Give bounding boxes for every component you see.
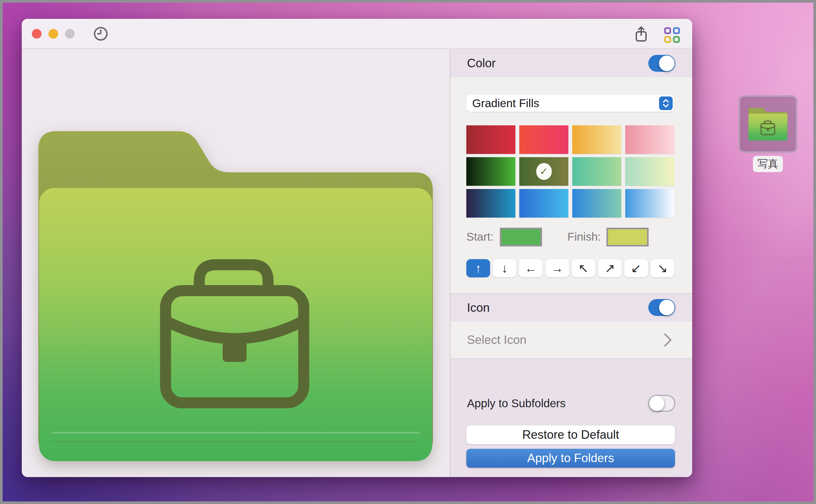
- gradient-swatch-teal-lightgreen[interactable]: [572, 157, 621, 186]
- direction-left-button[interactable]: ←: [519, 259, 543, 277]
- grid-square-blue: [673, 27, 680, 34]
- sidebar: Color Gradient Fills ✓ Start: Finish:: [451, 49, 692, 477]
- folder-preview-image: [38, 131, 433, 462]
- dropdown-stepper-icon: [659, 96, 673, 110]
- finish-color-well[interactable]: [606, 228, 649, 246]
- traffic-lights: [32, 29, 75, 39]
- start-label: Start:: [466, 227, 494, 247]
- desktop-icon-selection: [738, 95, 797, 153]
- gradient-swatch-pink-blush[interactable]: [625, 125, 674, 154]
- select-icon-row[interactable]: Select Icon: [451, 321, 692, 359]
- apply-folders-button[interactable]: Apply to Folders: [466, 449, 675, 468]
- gradient-swatch-blue-sky[interactable]: [519, 189, 568, 218]
- window-titlebar[interactable]: [22, 19, 692, 49]
- grid-square-yellow: [664, 36, 671, 43]
- gradient-controls-section: Gradient Fills ✓ Start: Finish: ↑↓←→↖↗↙↘: [451, 77, 692, 293]
- minimize-button[interactable]: [48, 29, 58, 39]
- gradient-swatch-black-green[interactable]: [466, 157, 516, 186]
- direction-right-button[interactable]: →: [545, 259, 569, 277]
- gradient-swatch-forest-olive[interactable]: ✓: [519, 157, 568, 186]
- gradient-swatch-indigo-cyan[interactable]: [466, 189, 516, 218]
- start-color-well[interactable]: [500, 228, 542, 246]
- folder-preview-pane: [22, 49, 450, 477]
- direction-down-right-button[interactable]: ↘: [651, 259, 674, 277]
- grid-square-purple: [664, 27, 671, 34]
- toggle-knob: [649, 396, 665, 411]
- apply-subfolders-label: Apply to Subfolders: [467, 395, 566, 412]
- gradient-swatch-mint-cream[interactable]: [625, 157, 674, 186]
- gradient-swatch-blue-seafoam[interactable]: [572, 189, 621, 218]
- desktop-icon-label: 写真: [753, 156, 783, 172]
- color-toggle[interactable]: [648, 55, 675, 72]
- gradient-swatch-orange-cream[interactable]: [572, 125, 621, 154]
- color-label: Color: [467, 49, 496, 77]
- restore-default-button[interactable]: Restore to Default: [466, 425, 675, 444]
- desktop-folder-icon[interactable]: 写真: [738, 95, 797, 172]
- app-window: Color Gradient Fills ✓ Start: Finish:: [22, 19, 692, 477]
- fill-style-value: Gradient Fills: [472, 97, 539, 110]
- desktop: Color Gradient Fills ✓ Start: Finish:: [0, 0, 816, 504]
- finish-label: Finish:: [567, 227, 601, 247]
- zoom-button[interactable]: [65, 29, 75, 39]
- icon-toggle[interactable]: [648, 299, 675, 316]
- direction-down-left-button[interactable]: ↙: [624, 259, 648, 277]
- select-icon-label: Select Icon: [467, 321, 527, 358]
- gradient-swatch-vermilion-pink[interactable]: [519, 125, 568, 154]
- toggle-knob: [659, 300, 675, 315]
- fill-style-dropdown[interactable]: Gradient Fills: [466, 95, 674, 112]
- direction-up-right-button[interactable]: ↗: [598, 259, 622, 277]
- recents-clock-icon[interactable]: [93, 26, 108, 41]
- close-button[interactable]: [32, 29, 42, 39]
- gradient-swatch-grid: ✓: [466, 125, 674, 218]
- gradient-swatch-blue-white[interactable]: [625, 189, 674, 218]
- direction-down-button[interactable]: ↓: [493, 259, 516, 277]
- chevron-right-icon: [663, 332, 672, 348]
- gradient-swatch-darkred-crimson[interactable]: [466, 125, 516, 154]
- apply-subfolders-toggle[interactable]: [648, 395, 675, 412]
- toggle-knob: [659, 56, 675, 71]
- selected-check-icon: ✓: [536, 163, 552, 180]
- icon-label: Icon: [467, 294, 490, 321]
- start-finish-row: Start: Finish:: [466, 227, 674, 247]
- grid-square-green: [673, 36, 680, 43]
- direction-up-button[interactable]: ↑: [466, 259, 490, 277]
- desktop-folder-image: [748, 108, 787, 141]
- direction-up-left-button[interactable]: ↖: [572, 259, 595, 277]
- app-grid-icon[interactable]: [664, 27, 680, 43]
- gradient-direction-row: ↑↓←→↖↗↙↘: [466, 259, 674, 277]
- share-icon[interactable]: [634, 26, 648, 43]
